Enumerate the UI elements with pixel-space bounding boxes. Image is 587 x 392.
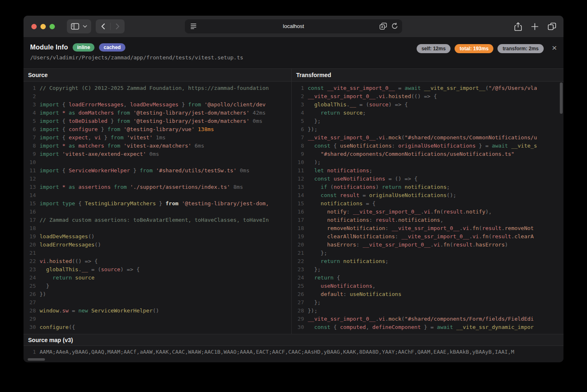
code-line: 12: [24, 175, 291, 183]
code-line: 20 hasErrors: __vite_ssr_import_0__.vi.f…: [292, 241, 563, 249]
module-info-header: Module Info inline cached /Users/vladimi…: [24, 37, 563, 68]
code-line: 29__vite_ssr_import_0__.vi.mock("#shared…: [292, 315, 563, 323]
sourcemap-title: Source map (v3): [24, 334, 563, 346]
code-line: 15 notifications = {: [292, 200, 563, 208]
total-time-badge: total: 193ms: [455, 44, 493, 53]
close-icon[interactable]: ×: [552, 43, 557, 52]
code-line: 19 clearAllNotifications: __vite_ssr_imp…: [292, 232, 563, 241]
code-line: 22 return notifications;: [292, 257, 563, 265]
code-line: 24 return {: [292, 274, 563, 282]
code-line: 1AAMA;AAeA,yBAAG,QAAQ,MAAM;AACf,aAAW,KAA…: [24, 348, 563, 356]
code-line: 13 if (notifications) return notificatio…: [292, 183, 563, 191]
code-line: 27 };: [292, 298, 563, 307]
tabs-overview-icon[interactable]: [548, 23, 556, 30]
sidebar-toggle-button[interactable]: [67, 19, 91, 33]
code-line: 11 let notifications;: [292, 167, 563, 175]
transformed-panel-title: Transformed: [292, 69, 563, 81]
traffic-lights: [31, 24, 55, 29]
code-line: 28});: [292, 307, 563, 315]
code-line: 2__vite_ssr_import_0__.vi.hoisted(() => …: [292, 92, 563, 101]
code-line: 14 const result = originalUseNotificatio…: [292, 191, 563, 200]
chevron-down-icon: [83, 25, 87, 28]
address-bar[interactable]: localhost: [185, 19, 402, 33]
self-time-badge: self: 12ms: [417, 44, 451, 53]
sidebar-icon: [71, 23, 79, 30]
code-line: 21: [24, 249, 291, 257]
code-line: 26}): [24, 290, 291, 298]
code-line: 21 };: [292, 249, 563, 257]
code-line: 29: [24, 315, 291, 323]
code-line: 6});: [292, 125, 563, 134]
horizontal-scrollbar-thumb[interactable]: [28, 358, 45, 361]
source-code-pane[interactable]: 1// Copyright (C) 2012-2025 Zammad Found…: [24, 82, 292, 334]
code-line: 5 };: [292, 117, 563, 125]
sourcemap-code: 1AAMA;AAeA,yBAAG,QAAQ,MAAM;AACf,aAAW,KAA…: [24, 348, 563, 356]
code-line: 3import { loadErrorMessages, loadDevMess…: [24, 101, 291, 109]
transform-time-badge: transform: 2ms: [497, 44, 543, 53]
reload-icon[interactable]: [391, 23, 398, 30]
zoom-window-button[interactable]: [50, 24, 55, 29]
code-line: 23 globalThis.__ = (source) => {: [24, 265, 291, 274]
back-button[interactable]: [101, 23, 105, 30]
code-line: 30 const { computed, defineComponent } =…: [292, 323, 563, 331]
code-line: 25 useNotifications,: [292, 282, 563, 290]
panel-headers: Source Transformed: [24, 68, 563, 82]
code-line: 24 return source: [24, 274, 291, 282]
code-line: 14: [24, 191, 291, 200]
code-line: 25 }: [24, 282, 291, 290]
transformed-code: 1const __vite_ssr_import_0__ = await __v…: [292, 84, 563, 331]
code-line: 12 const useNotifications = () => {: [292, 175, 563, 183]
translate-icon[interactable]: [380, 23, 387, 30]
code-line: 8 const { useNotifications: originalUseN…: [292, 142, 563, 150]
cached-badge: cached: [99, 43, 125, 52]
code-line: 18 removeNotification: __vite_ssr_import…: [292, 224, 563, 232]
browser-toolbar: localhost: [24, 16, 563, 37]
code-line: 7import { expect, vi } from 'vitest' 1ms: [24, 134, 291, 142]
code-line: 18: [24, 224, 291, 232]
code-line: 10 );: [292, 158, 563, 167]
module-path: /Users/vladimir/Projects/zammad/app/fron…: [30, 54, 243, 61]
code-line: 15import type { TestingLibraryMatchers }…: [24, 200, 291, 208]
code-line: 16: [24, 208, 291, 216]
code-line: 2: [24, 92, 291, 101]
new-tab-icon[interactable]: [531, 23, 538, 30]
code-line: 27: [24, 298, 291, 307]
transformed-code-pane[interactable]: 1const __vite_ssr_import_0__ = await __v…: [292, 82, 563, 334]
code-line: 3 globalThis.__ = (source) => {: [292, 101, 563, 109]
code-line: 7__vite_ssr_import_0__.vi.mock("#shared/…: [292, 134, 563, 142]
browser-window: localhost: [24, 16, 563, 362]
code-line: 16 notify: __vite_ssr_import_0__.vi.fn(r…: [292, 208, 563, 216]
code-line: 6import { configure } from '@testing-lib…: [24, 125, 291, 134]
code-line: 1const __vite_ssr_import_0__ = await __v…: [292, 84, 563, 92]
code-line: 4import * as domMatchers from '@testing-…: [24, 109, 291, 117]
code-line: 17 notifications: result.notifications,: [292, 216, 563, 224]
code-line: 11import { ServiceWorkerHelper } from '#…: [24, 167, 291, 175]
url-text: localhost: [185, 19, 402, 33]
share-icon[interactable]: [514, 22, 522, 31]
page-title: Module Info: [30, 44, 68, 51]
code-line: 30configure({: [24, 323, 291, 331]
close-window-button[interactable]: [31, 24, 37, 29]
code-line: 20loadErrorMessages(): [24, 241, 291, 249]
code-line: 9 "#shared/components/CommonNotification…: [292, 150, 563, 158]
code-line: 9import 'vitest-axe/extend-expect' 0ms: [24, 150, 291, 158]
inline-badge: inline: [73, 43, 94, 52]
history-nav: [96, 19, 125, 33]
code-line: 19loadDevMessages(): [24, 232, 291, 241]
sourcemap-pane[interactable]: 1AAMA;AAeA,yBAAG,QAAQ,MAAM;AACf,aAAW,KAA…: [24, 346, 563, 362]
code-line: 8import * as matchers from 'vitest-axe/m…: [24, 142, 291, 150]
code-line: 28window.sw = new ServiceWorkerHelper(): [24, 307, 291, 315]
minimize-window-button[interactable]: [40, 24, 46, 29]
code-line: 23 };: [292, 265, 563, 274]
code-panels: 1// Copyright (C) 2012-2025 Zammad Found…: [24, 82, 563, 334]
code-line: 17// Zammad custom assertions: toBeAvata…: [24, 216, 291, 224]
code-line: 22vi.hoisted(() => {: [24, 257, 291, 265]
code-line: 1// Copyright (C) 2012-2025 Zammad Found…: [24, 84, 291, 92]
code-line: 4 return source;: [292, 109, 563, 117]
nav-divider: [110, 23, 111, 30]
source-panel-title: Source: [24, 69, 292, 81]
forward-button[interactable]: [116, 23, 120, 30]
code-line: 13import * as assertions from './support…: [24, 183, 291, 191]
vertical-scrollbar-thumb[interactable]: [560, 82, 563, 114]
code-line: 26 default: useNotifications: [292, 290, 563, 298]
